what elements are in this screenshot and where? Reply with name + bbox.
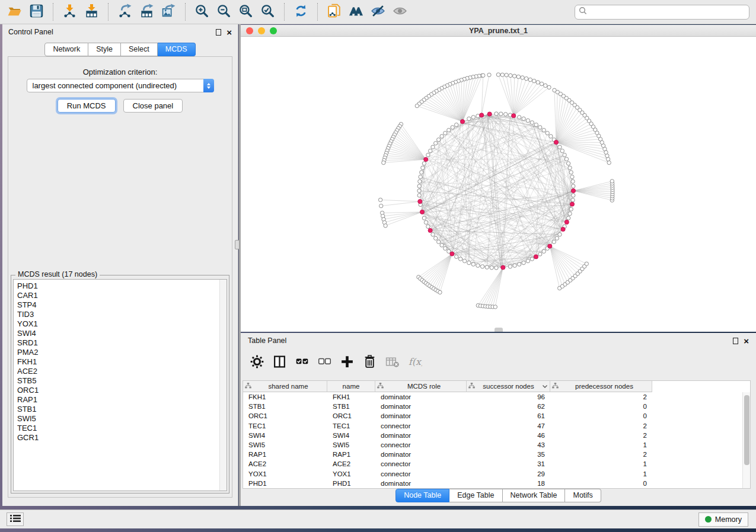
cell-successor-nodes: 35 xyxy=(467,451,550,458)
shared-column-icon xyxy=(377,383,384,390)
tab-motifs[interactable]: Motifs xyxy=(565,489,601,502)
mcds-result-item[interactable]: STB1 xyxy=(17,405,219,414)
mcds-result-title: MCDS result (17 nodes) xyxy=(15,270,100,278)
search-field[interactable] xyxy=(575,5,749,20)
mcds-result-item[interactable]: STB5 xyxy=(17,376,219,386)
tab-select[interactable]: Select xyxy=(121,43,158,56)
mcds-result-item[interactable]: FKH1 xyxy=(17,357,219,367)
table-scrollbar-thumb[interactable] xyxy=(744,395,749,465)
search-binoculars-button[interactable] xyxy=(345,2,367,22)
add-entry-button[interactable] xyxy=(339,354,355,371)
unselect-all-button[interactable] xyxy=(317,354,332,371)
delete-entry-button[interactable] xyxy=(362,354,377,371)
mcds-result-item[interactable]: STP4 xyxy=(17,300,219,310)
result-list-scrollbar[interactable] xyxy=(219,280,227,491)
select-all-button[interactable] xyxy=(294,354,310,371)
apply-preferred-layout-button[interactable] xyxy=(290,2,312,22)
zoom-out-button[interactable] xyxy=(213,2,235,22)
mcds-result-item[interactable]: YOX1 xyxy=(17,319,219,329)
show-indicator-button[interactable] xyxy=(389,2,411,22)
zoom-selected-button[interactable] xyxy=(257,2,279,22)
mcds-result-item[interactable]: SWI4 xyxy=(17,329,219,338)
table-row[interactable]: FKH1FKH1dominator962 xyxy=(243,392,742,402)
mcds-result-item[interactable]: TEC1 xyxy=(17,424,219,433)
task-history-button[interactable] xyxy=(7,512,24,526)
mcds-tab-content: Optimization criterion: largest connecte… xyxy=(8,56,232,498)
tab-network[interactable]: Network xyxy=(44,43,88,56)
memory-button[interactable]: Memory xyxy=(698,512,748,527)
mcds-result-item[interactable]: RAP1 xyxy=(17,395,219,405)
table-scrollbar[interactable] xyxy=(742,392,750,488)
network-canvas[interactable] xyxy=(241,37,756,332)
delete-entry-icon xyxy=(362,354,377,371)
hide-indicator-button[interactable] xyxy=(367,2,389,22)
tab-style[interactable]: Style xyxy=(88,43,121,56)
show-column-button[interactable] xyxy=(272,354,287,371)
tab-edge-table[interactable]: Edge Table xyxy=(449,489,502,502)
table-row[interactable]: SWI5SWI5connector431 xyxy=(243,440,742,450)
cell-name: YOX1 xyxy=(327,470,375,477)
optimization-criterion-select[interactable]: largest connected component (undirected) xyxy=(27,79,214,92)
table-body: FKH1FKH1dominator962STB1STB1dominator620… xyxy=(243,392,742,488)
column-header-name[interactable]: name xyxy=(327,381,375,392)
mcds-result-item[interactable]: CAR1 xyxy=(17,291,219,300)
cell-name: FKH1 xyxy=(327,393,375,400)
mcds-result-item[interactable]: PMA2 xyxy=(17,348,219,357)
export-image-button[interactable] xyxy=(158,2,180,22)
network-window-title: YPA_prune.txt_1 xyxy=(241,27,756,35)
settings-gear-button[interactable] xyxy=(249,354,264,371)
column-header-predecessor-nodes[interactable]: predecessor nodes xyxy=(550,381,652,392)
float-panel-icon[interactable] xyxy=(216,29,221,36)
export-table-button[interactable] xyxy=(136,2,158,22)
cell-MCDS-role: connector xyxy=(375,470,467,477)
save-session-icon xyxy=(29,4,44,20)
mcds-result-item[interactable]: ACE2 xyxy=(17,367,219,376)
cell-name: ORC1 xyxy=(327,412,375,419)
tab-mcds[interactable]: MCDS xyxy=(158,43,196,56)
save-session-button[interactable] xyxy=(25,2,47,22)
cell-successor-nodes: 18 xyxy=(467,480,550,487)
import-table-button[interactable] xyxy=(81,2,103,22)
export-network-icon xyxy=(117,4,132,20)
open-file-button[interactable] xyxy=(4,2,25,22)
column-header-successor-nodes[interactable]: successor nodes xyxy=(467,381,550,392)
search-input[interactable] xyxy=(587,8,745,16)
mcds-result-list[interactable]: PHD1CAR1STP4TID3YOX1SWI4SRD1PMA2FKH1ACE2… xyxy=(13,279,227,491)
mcds-result-item[interactable]: GCR1 xyxy=(17,433,219,443)
table-row[interactable]: ACE2ACE2connector311 xyxy=(243,459,742,469)
table-row[interactable]: TEC1TEC1connector472 xyxy=(243,421,742,431)
table-row[interactable]: PHD1PHD1dominator180 xyxy=(243,479,742,488)
float-table-panel-icon[interactable] xyxy=(733,338,738,344)
mcds-result-item[interactable]: TID3 xyxy=(17,310,219,319)
import-network-button[interactable] xyxy=(59,2,81,22)
mcds-result-item[interactable]: PHD1 xyxy=(17,281,219,291)
column-header-shared-name[interactable]: shared name xyxy=(243,381,327,392)
select-stepper-icon xyxy=(203,79,214,92)
export-network-button[interactable] xyxy=(114,2,136,22)
mcds-result-item[interactable]: SWI5 xyxy=(17,414,219,424)
canvas-resize-grip[interactable] xyxy=(495,328,503,332)
table-panel-title: Table Panel xyxy=(248,336,286,345)
close-panel-icon[interactable]: × xyxy=(227,29,232,36)
close-panel-button[interactable]: Close panel xyxy=(123,99,183,113)
share-network-document-button[interactable] xyxy=(323,2,345,22)
run-mcds-button[interactable]: Run MCDS xyxy=(58,99,116,113)
cell-successor-nodes: 61 xyxy=(467,412,550,419)
splitter-grip[interactable] xyxy=(235,240,240,249)
tab-network-table[interactable]: Network Table xyxy=(503,489,566,502)
close-table-panel-icon[interactable]: × xyxy=(744,338,749,344)
tab-node-table[interactable]: Node Table xyxy=(395,489,449,502)
table-row[interactable]: STB1STB1dominator620 xyxy=(243,402,742,411)
table-row[interactable]: YOX1YOX1connector291 xyxy=(243,469,742,479)
mcds-result-item[interactable]: SRD1 xyxy=(17,338,219,348)
column-header-MCDS-role[interactable]: MCDS role xyxy=(375,381,467,392)
mcds-result-item[interactable]: ORC1 xyxy=(17,386,219,395)
cell-shared-name: RAP1 xyxy=(243,451,327,458)
zoom-in-button[interactable] xyxy=(191,2,213,22)
table-row[interactable]: SWI4SWI4dominator462 xyxy=(243,431,742,440)
table-toolbar: f(x) xyxy=(241,350,756,376)
table-row[interactable]: RAP1RAP1dominator352 xyxy=(243,450,742,459)
zoom-fit-button[interactable] xyxy=(235,2,257,22)
function-builder-icon: f(x) xyxy=(407,354,422,371)
table-row[interactable]: ORC1ORC1dominator610 xyxy=(243,411,742,421)
